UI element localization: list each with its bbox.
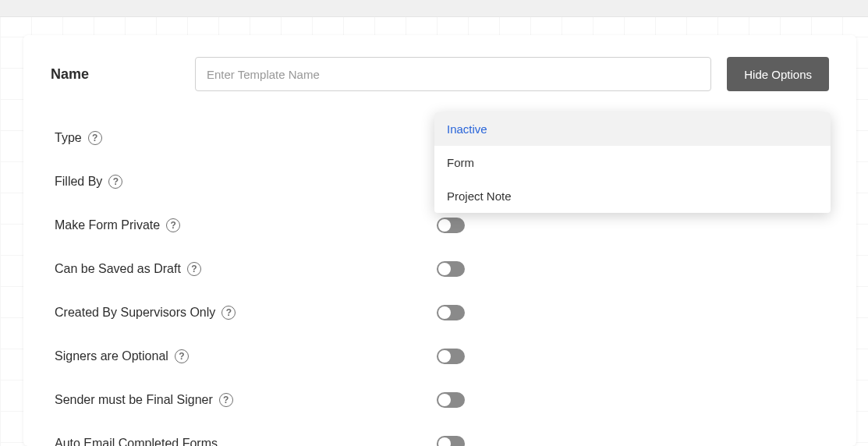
option-label: Created By Supervisors Only ?: [55, 306, 437, 320]
option-label: Auto Email Completed Forms: [55, 437, 437, 446]
option-label: Can be Saved as Draft ?: [55, 262, 437, 276]
option-text: Signers are Optional: [55, 349, 168, 363]
option-text: Can be Saved as Draft: [55, 262, 181, 276]
option-text: Make Form Private: [55, 218, 160, 232]
option-text: Type: [55, 131, 82, 145]
options-container: Inactive Form Project Note Type ? Filled…: [51, 116, 829, 446]
help-icon[interactable]: ?: [175, 349, 189, 363]
help-icon[interactable]: ?: [221, 306, 236, 320]
template-name-input[interactable]: [195, 57, 711, 91]
help-icon[interactable]: ?: [88, 131, 102, 145]
toggle-supervisors-only[interactable]: [437, 305, 465, 320]
top-bar: [0, 0, 868, 17]
option-text: Created By Supervisors Only: [55, 306, 215, 320]
option-row-supervisors-only: Created By Supervisors Only ?: [51, 291, 821, 334]
option-label: Type ?: [55, 131, 437, 145]
option-label: Signers are Optional ?: [55, 349, 437, 363]
toggle-make-private[interactable]: [437, 218, 465, 233]
template-settings-panel: Name Hide Options Inactive Form Project …: [23, 35, 856, 446]
option-text: Auto Email Completed Forms: [55, 437, 218, 446]
type-dropdown-menu: Inactive Form Project Note: [434, 112, 831, 213]
toggle-signers-optional[interactable]: [437, 349, 465, 364]
header-row: Name Hide Options: [51, 57, 829, 91]
name-label: Name: [51, 66, 179, 83]
option-row-signers-optional: Signers are Optional ?: [51, 334, 821, 378]
option-row-auto-email: Auto Email Completed Forms: [51, 422, 821, 446]
dropdown-item-form[interactable]: Form: [434, 146, 831, 179]
dropdown-item-inactive[interactable]: Inactive: [434, 112, 831, 146]
help-icon[interactable]: ?: [187, 262, 201, 276]
option-label: Make Form Private ?: [55, 218, 437, 232]
help-icon[interactable]: ?: [166, 218, 180, 232]
option-text: Sender must be Final Signer: [55, 393, 213, 407]
option-label: Sender must be Final Signer ?: [55, 393, 437, 407]
toggle-auto-email[interactable]: [437, 436, 465, 446]
option-row-final-signer: Sender must be Final Signer ?: [51, 378, 821, 422]
help-icon[interactable]: ?: [219, 393, 233, 407]
toggle-save-draft[interactable]: [437, 261, 465, 277]
dropdown-item-project-note[interactable]: Project Note: [434, 179, 831, 213]
toggle-final-signer[interactable]: [437, 392, 465, 408]
help-icon[interactable]: ?: [108, 175, 122, 189]
option-row-save-draft: Can be Saved as Draft ?: [51, 247, 821, 291]
hide-options-button[interactable]: Hide Options: [727, 57, 829, 91]
option-text: Filled By: [55, 175, 102, 189]
option-label: Filled By ?: [55, 175, 437, 189]
